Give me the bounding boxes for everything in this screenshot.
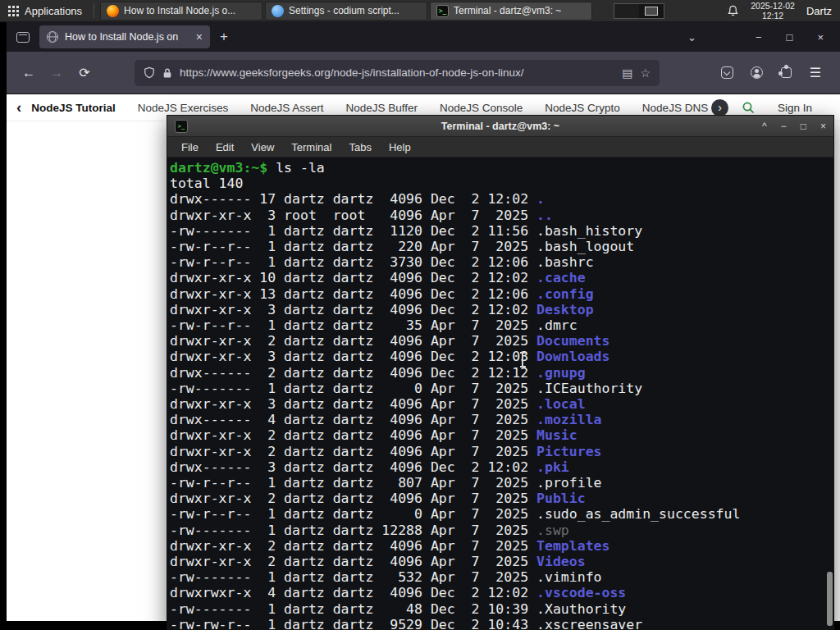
terminal-line: drwxr-xr-x 13 dartz dartz 4096 Dec 2 12:…: [170, 286, 833, 302]
browser-minimize-button[interactable]: −: [756, 32, 762, 43]
terminal-window-controls: ^ − □ ×: [762, 121, 826, 132]
terminal-line: -rw-rw-r-- 1 dartz dartz 9529 Dec 2 10:4…: [170, 617, 833, 629]
terminal-line: drwxr-xr-x 3 dartz dartz 4096 Apr 7 2025…: [170, 396, 833, 412]
terminal-minimize-button[interactable]: −: [781, 121, 787, 132]
notification-bell-icon[interactable]: [727, 5, 739, 17]
nav-item-nodejs-assert[interactable]: NodeJS Assert: [250, 102, 323, 114]
account-button[interactable]: [745, 60, 768, 86]
terminal-menu-bar: File Edit View Terminal Tabs Help: [167, 137, 833, 158]
extensions-button[interactable]: [774, 60, 797, 86]
browser-tab-bar: How to Install Node.js on × + ⌄ − □ ×: [7, 22, 840, 52]
panel-clock[interactable]: 2025-12-02 12:12: [751, 1, 795, 21]
terminal-line: -rw------- 1 dartz dartz 1120 Dec 2 11:5…: [170, 223, 833, 239]
terminal-title-bar[interactable]: Terminal - dartz@vm3: ~ ^ − □ ×: [167, 116, 833, 137]
url-text[interactable]: https://www.geeksforgeeks.org/node-js/in…: [180, 66, 614, 79]
back-button[interactable]: ←: [15, 60, 43, 86]
terminal-shade-button[interactable]: ^: [762, 121, 767, 132]
tracking-shield-icon[interactable]: [144, 66, 155, 79]
user-menu[interactable]: Dartz: [806, 5, 832, 17]
nav-scroll-right-button[interactable]: ›: [711, 99, 728, 116]
clock-date: 2025-12-02: [751, 1, 795, 11]
browser-nav-toolbar: ← → ⟳ https://www.geeksforgeeks.org/node…: [7, 52, 840, 94]
taskbar-item-label: How to Install Node.js o...: [124, 5, 235, 16]
nav-scroll-left-icon[interactable]: ‹: [16, 98, 21, 116]
terminal-line: -rw------- 1 dartz dartz 48 Dec 2 10:39 …: [170, 601, 833, 617]
bookmark-star-icon[interactable]: ☆: [640, 66, 651, 80]
terminal-line: -rw-r--r-- 1 dartz dartz 35 Apr 7 2025 .…: [170, 317, 833, 333]
nav-item-nodejs-crypto[interactable]: NodeJS Crypto: [545, 102, 620, 114]
terminal-line: -rw-r--r-- 1 dartz dartz 3730 Dec 2 12:0…: [170, 254, 833, 270]
reader-mode-icon[interactable]: ▤: [622, 66, 632, 80]
terminal-line: -rw-r--r-- 1 dartz dartz 220 Apr 7 2025 …: [170, 239, 833, 254]
terminal-line: drwxr-xr-x 2 dartz dartz 4096 Apr 7 2025…: [170, 333, 833, 349]
terminal-line: drwxr-xr-x 3 dartz dartz 4096 Dec 2 12:0…: [170, 349, 833, 364]
lock-icon[interactable]: [162, 67, 172, 79]
forward-button[interactable]: →: [43, 60, 71, 86]
menu-file[interactable]: File: [181, 141, 199, 153]
tab-close-icon[interactable]: ×: [196, 31, 203, 43]
terminal-line: drwxr-xr-x 2 dartz dartz 4096 Apr 7 2025…: [170, 491, 833, 506]
menu-view[interactable]: View: [251, 141, 274, 153]
url-bar[interactable]: https://www.geeksforgeeks.org/node-js/in…: [135, 60, 660, 86]
taskbar-item-settings[interactable]: Settings - codium script...: [265, 2, 427, 21]
terminal-app-icon: [175, 120, 188, 133]
workspace-2[interactable]: [639, 4, 664, 18]
applications-menu-button[interactable]: Applications: [0, 0, 90, 21]
search-icon: [742, 101, 755, 114]
taskbar-item-browser[interactable]: How to Install Node.js o...: [100, 2, 262, 21]
browser-tab[interactable]: How to Install Node.js on ×: [39, 25, 210, 48]
reload-button[interactable]: ⟳: [71, 60, 98, 86]
terminal-line: drwxr-xr-x 2 dartz dartz 4096 Apr 7 2025…: [170, 444, 833, 459]
browser-close-button[interactable]: ×: [817, 32, 824, 43]
panel-separator: [94, 3, 94, 18]
applications-label: Applications: [25, 5, 82, 17]
terminal-scrollbar-thumb[interactable]: [827, 572, 833, 626]
new-tab-button[interactable]: +: [220, 29, 228, 45]
terminal-line: drwx------ 17 dartz dartz 4096 Dec 2 12:…: [170, 191, 833, 207]
terminal-line: drwx------ 2 dartz dartz 4096 Dec 2 12:1…: [170, 365, 833, 381]
menu-help[interactable]: Help: [389, 141, 411, 153]
terminal-line: drwxrwxr-x 4 dartz dartz 4096 Dec 2 12:0…: [170, 585, 833, 600]
menu-terminal[interactable]: Terminal: [291, 141, 331, 153]
workspace-mini-window: [645, 7, 658, 16]
nav-item-nodejs-buffer[interactable]: NodeJS Buffer: [345, 102, 418, 114]
workspace-switcher[interactable]: [614, 3, 664, 19]
sign-in-button[interactable]: Sign In: [778, 102, 812, 114]
taskbar-item-label: Terminal - dartz@vm3: ~: [454, 5, 561, 16]
workspace-1[interactable]: [614, 4, 639, 18]
nav-item-nodejs-dns[interactable]: NodeJS DNS: [642, 102, 708, 114]
applications-grid-icon: [8, 6, 19, 16]
terminal-line: -rw------- 1 dartz dartz 0 Apr 7 2025 .I…: [170, 381, 833, 396]
nav-items: NodeJS Tutorial NodeJS Exercises NodeJS …: [31, 102, 710, 114]
search-button[interactable]: [742, 101, 755, 114]
firefox-view-button[interactable]: [11, 26, 34, 48]
terminal-line: drwxr-xr-x 2 dartz dartz 4096 Apr 7 2025…: [170, 538, 833, 554]
terminal-line: drwx------ 4 dartz dartz 4096 Apr 7 2025…: [170, 412, 833, 427]
terminal-line: dartz@vm3:~$ ls -la: [170, 160, 833, 176]
terminal-maximize-button[interactable]: □: [801, 121, 806, 132]
nav-item-nodejs-console[interactable]: NodeJS Console: [440, 102, 523, 114]
terminal-close-button[interactable]: ×: [820, 121, 826, 132]
list-all-tabs-icon[interactable]: ⌄: [687, 31, 696, 43]
clock-time: 12:12: [762, 11, 783, 21]
terminal-output[interactable]: dartz@vm3:~$ ls -latotal 140drwx------ 1…: [167, 158, 833, 629]
panel-right-area: 2025-12-02 12:12 Dartz: [727, 1, 840, 21]
nav-item-nodejs-tutorial[interactable]: NodeJS Tutorial: [31, 102, 116, 114]
menu-tabs[interactable]: Tabs: [349, 141, 371, 153]
terminal-line: drwxr-xr-x 3 dartz dartz 4096 Dec 2 12:0…: [170, 302, 833, 317]
terminal-window: Terminal - dartz@vm3: ~ ^ − □ × File Edi…: [167, 115, 834, 630]
top-panel: Applications How to Install Node.js o...…: [0, 0, 840, 22]
browser-maximize-button[interactable]: □: [787, 32, 793, 43]
nav-item-nodejs-exercises[interactable]: NodeJS Exercises: [138, 102, 228, 114]
terminal-icon: [436, 5, 449, 17]
firefox-view-icon: [16, 32, 30, 43]
menu-edit[interactable]: Edit: [216, 141, 234, 153]
taskbar-item-terminal[interactable]: Terminal - dartz@vm3: ~: [430, 2, 592, 21]
terminal-title: Terminal - dartz@vm3: ~: [167, 121, 833, 132]
app-menu-button[interactable]: ☰: [804, 60, 827, 86]
pocket-button[interactable]: [715, 60, 738, 86]
terminal-line: total 140: [170, 176, 833, 191]
taskbar-item-label: Settings - codium script...: [289, 5, 399, 16]
terminal-line: -rw------- 1 dartz dartz 532 Apr 7 2025 …: [170, 569, 833, 585]
firefox-icon: [107, 5, 119, 17]
